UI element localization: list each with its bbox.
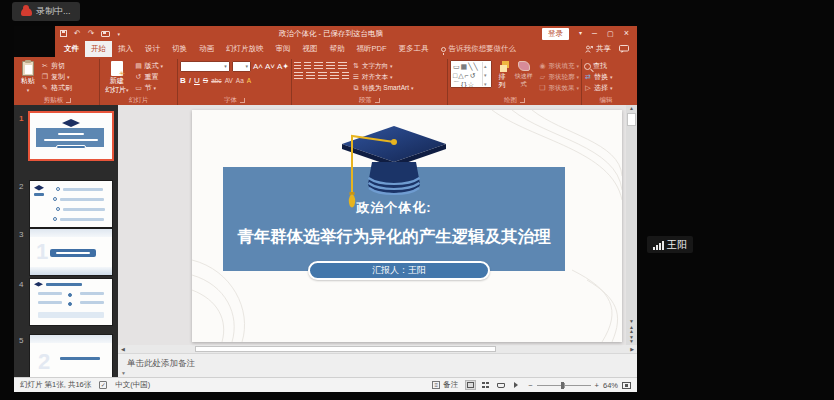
hscroll-thumb[interactable] [195, 346, 496, 352]
shrink-font-button[interactable]: A˅ [265, 60, 275, 72]
align-text-button[interactable]: ☰对齐文本▾ [352, 72, 413, 82]
columns-icon[interactable] [342, 72, 349, 80]
dialog-launcher-icon[interactable] [520, 98, 525, 103]
restore-button[interactable]: ▢ [607, 29, 614, 38]
graduation-cap-image[interactable] [338, 122, 450, 218]
close-button[interactable]: × [624, 29, 629, 38]
ribbon-options-icon[interactable]: ▾ [579, 29, 582, 38]
tab-more-tools[interactable]: 更多工具 [393, 41, 435, 57]
login-button[interactable]: 登录 [542, 28, 569, 40]
scroll-left-icon[interactable]: ◀ [118, 346, 128, 352]
replace-button[interactable]: ⇄替换▾ [584, 72, 613, 82]
slide-canvas[interactable]: 政治个体化: 青年群体选举行为异化的产生逻辑及其治理 [118, 105, 637, 345]
zoom-in-button[interactable]: + [595, 381, 599, 390]
language-indicator[interactable]: 中文(中国) [115, 380, 150, 390]
copy-button[interactable]: ❐复制▾ [41, 72, 72, 82]
clear-format-button[interactable]: A✦ [277, 60, 289, 72]
paste-button[interactable]: 粘贴 ▾ [18, 60, 38, 95]
normal-view-button[interactable] [465, 380, 476, 390]
slideshow-icon[interactable] [101, 31, 110, 37]
comments-icon[interactable] [619, 45, 629, 53]
tab-review[interactable]: 审阅 [270, 41, 297, 57]
slide-editor[interactable]: 政治个体化: 青年群体选举行为异化的产生逻辑及其治理 [192, 110, 622, 342]
arrange-button[interactable]: 排列 [495, 60, 509, 90]
tab-design[interactable]: 设计 [139, 41, 166, 57]
underline-button[interactable]: U [194, 76, 200, 85]
thumbnail-slide-5[interactable]: 5 2 [14, 335, 118, 377]
format-painter-button[interactable]: ✎格式刷 [41, 83, 72, 93]
new-slide-button[interactable]: 新建 幻灯片▾ [102, 60, 132, 95]
reading-view-button[interactable] [495, 380, 506, 390]
redo-icon[interactable]: ↷ [88, 30, 95, 38]
zoom-percentage[interactable]: 64% [603, 381, 618, 390]
zoom-slider[interactable] [537, 385, 591, 386]
strikethrough-button[interactable]: S [203, 76, 208, 85]
share-button[interactable]: 共享 [585, 44, 611, 54]
align-left-icon[interactable] [294, 72, 303, 80]
minimize-button[interactable]: – [592, 29, 597, 38]
notes-toggle-button[interactable]: ≡ 备注 [432, 380, 458, 390]
tab-file[interactable]: 文件 [58, 41, 85, 57]
fit-to-window-icon[interactable] [622, 382, 631, 389]
cut-button[interactable]: ✂剪切 [41, 61, 72, 71]
font-size-input[interactable]: ▾ [232, 61, 251, 72]
tab-help[interactable]: 帮助 [324, 41, 351, 57]
tab-home[interactable]: 开始 [85, 41, 112, 57]
quick-styles-button[interactable]: 快速样式 [512, 60, 535, 89]
spellcheck-icon[interactable]: ✓ [99, 381, 107, 389]
font-name-input[interactable]: ▾ [180, 61, 230, 72]
tell-me-box[interactable]: 告诉我你想要做什么 [435, 41, 523, 57]
layout-button[interactable]: ▤版式▾ [135, 61, 164, 71]
thumbnail-slide-1[interactable]: 1 [14, 113, 118, 159]
tab-slideshow[interactable]: 幻灯片放映 [220, 41, 270, 57]
next-slide-button[interactable]: ▼▼ [629, 335, 634, 343]
bold-button[interactable]: B [180, 76, 186, 85]
dialog-launcher-icon[interactable] [240, 98, 245, 103]
vscroll-thumb[interactable] [627, 113, 636, 126]
select-button[interactable]: ▷选择▾ [584, 83, 613, 93]
horizontal-scrollbar[interactable]: ◀ ▶ [118, 345, 637, 353]
scroll-right-icon[interactable]: ▶ [627, 346, 637, 352]
save-icon[interactable] [60, 30, 67, 37]
find-button[interactable]: 查找 [584, 61, 613, 71]
numbering-icon[interactable] [304, 62, 311, 70]
shape-outline-button[interactable]: ▱形状轮廓▾ [538, 72, 579, 82]
align-right-icon[interactable] [318, 72, 327, 80]
undo-icon[interactable]: ↶ [74, 30, 81, 38]
shadow-button[interactable]: abc [211, 77, 221, 84]
align-center-icon[interactable] [306, 72, 315, 80]
slide-sorter-view-button[interactable] [480, 380, 491, 390]
previous-slide-button[interactable]: ▲▲ [629, 325, 634, 333]
justify-icon[interactable] [330, 72, 339, 80]
char-spacing-button[interactable]: AV [225, 77, 233, 84]
line-spacing-icon[interactable] [338, 62, 347, 70]
tab-transitions[interactable]: 切换 [166, 41, 193, 57]
text-direction-button[interactable]: ⇅文字方向▾ [352, 61, 413, 71]
bullets-icon[interactable] [294, 62, 301, 70]
slideshow-view-button[interactable] [510, 380, 521, 390]
font-color-button[interactable]: A [247, 77, 251, 84]
presenter-pill[interactable]: 汇报人：王阳 [308, 261, 490, 280]
tab-insert[interactable]: 插入 [112, 41, 139, 57]
gallery-scroll-arrows[interactable]: ▴▾▾ [482, 62, 489, 86]
thumbnail-slide-2[interactable]: 2 [14, 181, 118, 227]
shape-effects-button[interactable]: ❏形状效果▾ [538, 83, 579, 93]
dialog-launcher-icon[interactable] [66, 98, 71, 103]
shapes-gallery[interactable]: ▭▦╲╲□△⌐↺⌒{}☆ ▴▾▾ [450, 60, 492, 88]
italic-button[interactable]: I [189, 76, 191, 85]
vertical-scrollbar[interactable]: ▲ ▼ ▲▲ ▼▼ [626, 105, 637, 345]
change-case-button[interactable]: Aa [236, 77, 244, 84]
notes-collapse-icon[interactable]: ▼ [121, 370, 126, 376]
thumbnail-slide-3[interactable]: 3 1 [14, 229, 118, 275]
thumbnail-slide-4[interactable]: 4 [14, 279, 118, 325]
scroll-up-icon[interactable]: ▲ [629, 105, 634, 112]
notes-pane[interactable]: 单击此处添加备注 ▼ [118, 353, 637, 377]
zoom-slider-thumb[interactable] [561, 382, 564, 389]
increase-indent-icon[interactable] [326, 62, 335, 70]
grow-font-button[interactable]: A˄ [253, 60, 263, 72]
tab-view[interactable]: 视图 [297, 41, 324, 57]
reset-button[interactable]: ↺重置 [135, 72, 164, 82]
smartart-button[interactable]: ⧉转换为 SmartArt▾ [352, 83, 413, 93]
dialog-launcher-icon[interactable] [375, 98, 380, 103]
section-button[interactable]: ▭节▾ [135, 83, 164, 93]
